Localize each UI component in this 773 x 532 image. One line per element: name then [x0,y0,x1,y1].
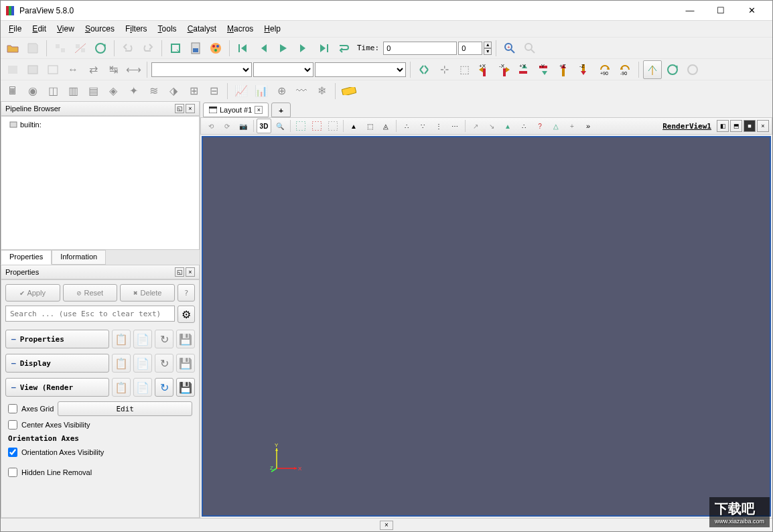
step-down-icon[interactable]: ▼ [484,48,492,55]
frustum-select-icon[interactable]: ⬚ [362,119,377,133]
split-h-icon[interactable]: ◧ [717,120,729,132]
connect-icon[interactable] [51,39,70,58]
view-copy-icon[interactable]: 📋 [112,378,131,397]
plot-over-line-icon[interactable]: 📈 [232,82,251,101]
contour-icon[interactable]: ◉ [23,82,42,101]
view-restore-icon[interactable]: ↻ [155,378,173,397]
clear-selection-icon[interactable]: ▲ [500,119,515,133]
visible-range-icon[interactable]: ⟷ [124,60,143,79]
range-icon[interactable]: ↔ [64,60,82,79]
box-select-icon[interactable] [166,39,185,58]
menu-filters[interactable]: Filters [120,22,153,36]
extract-icon[interactable]: ◈ [104,82,123,101]
render-view[interactable]: X Y Z [202,136,771,517]
plus-y-icon[interactable]: +Y [515,60,534,79]
close-button[interactable]: ✕ [736,1,767,21]
load-state-icon[interactable] [186,39,205,58]
zoom-fit-icon[interactable]: + [500,39,519,58]
last-frame-icon[interactable] [314,39,333,58]
minus-y-icon[interactable]: -Y [535,60,554,79]
clip-icon[interactable]: ◫ [44,82,62,101]
settings-icon[interactable]: ⚙ [178,306,195,323]
tab-properties[interactable]: Properties [1,250,52,265]
reset-camera-icon[interactable] [415,60,433,79]
close-tab-icon[interactable]: × [255,106,263,114]
color-palette-icon[interactable] [206,39,225,58]
color-by-select[interactable] [151,62,252,77]
add-selection-icon[interactable]: + [565,119,579,133]
interactive-select-cells-icon[interactable]: ∵ [415,119,430,133]
warp-icon[interactable]: ⬗ [164,82,183,101]
save-defaults-icon[interactable]: 💾 [176,330,195,348]
properties-dock-icon[interactable]: ◱ [175,267,184,277]
menu-tools[interactable]: Tools [153,22,182,36]
statusbar-close-icon[interactable]: × [380,521,393,530]
forward-icon[interactable]: ⟳ [220,119,234,133]
temporal-icon[interactable]: ❄ [312,82,331,101]
pipeline-close-icon[interactable]: × [186,104,195,113]
center-axes-checkbox[interactable] [8,420,17,429]
select-visible-icon[interactable]: ◬ [378,119,393,133]
properties-close-icon[interactable]: × [186,267,195,277]
menu-sources[interactable]: Sources [80,22,120,36]
reload-icon[interactable] [91,39,110,58]
close-view-icon[interactable]: × [757,120,769,132]
redo-icon[interactable] [139,39,157,58]
custom-range-icon[interactable]: ⇄ [84,60,102,79]
3d-mode-button[interactable]: 3D [257,119,271,133]
extract-level-icon[interactable]: ⊟ [204,82,223,101]
glyph-icon[interactable]: ✦ [124,82,143,101]
first-frame-icon[interactable] [234,39,253,58]
section-view[interactable]: View (Render [5,378,109,397]
maximize-button[interactable]: ☐ [705,1,736,21]
pipeline-tree[interactable]: builtin: [1,116,200,250]
time-input[interactable] [383,42,457,55]
view-paste-icon[interactable]: 📄 [133,378,152,397]
disconnect-icon[interactable] [71,39,90,58]
grow-selection-icon[interactable]: ↗ [468,119,483,133]
temporal-range-icon[interactable]: ↹ [104,60,123,79]
axes-grid-edit-button[interactable]: Edit [58,401,192,416]
step-up-icon[interactable]: ▲ [484,42,492,48]
threshold-icon[interactable]: ▤ [84,82,102,101]
axes-grid-checkbox[interactable] [8,404,17,413]
group-icon[interactable]: ⊞ [184,82,203,101]
menu-file[interactable]: File [3,22,27,36]
minus-z-icon[interactable]: -Z [575,60,594,79]
rotate-minus-90-icon[interactable]: -90 [616,60,634,79]
minimize-button[interactable]: — [675,1,705,21]
loop-icon[interactable] [334,39,353,58]
section-display[interactable]: Display [5,354,109,373]
menu-edit[interactable]: Edit [27,22,52,36]
menu-macros[interactable]: Macros [222,22,259,36]
display-paste-icon[interactable]: 📄 [133,354,152,373]
toggle-selection-icon[interactable]: △ [549,119,563,133]
select-points-icon[interactable] [293,119,308,133]
display-copy-icon[interactable]: 📋 [112,354,131,373]
surface-edges-icon[interactable] [23,60,42,79]
plus-z-icon[interactable]: +Z [555,60,574,79]
section-properties[interactable]: Properties [5,330,109,348]
select-points-tool-icon[interactable]: ∴ [516,119,531,133]
zoom-box-icon[interactable]: ⬚ [455,60,474,79]
menu-catalyst[interactable]: Catalyst [182,22,222,36]
orientation-vis-checkbox[interactable] [8,448,17,457]
histogram-icon[interactable]: 📊 [252,82,271,101]
pipeline-root-item[interactable]: builtin: [4,119,196,130]
shrink-selection-icon[interactable]: ↘ [484,119,499,133]
plot-selection-icon[interactable]: 〰 [292,82,311,101]
restore-icon[interactable]: ↻ [155,330,173,348]
delete-button[interactable]: ✖ Delete [120,284,175,302]
time-step-input[interactable] [458,42,482,55]
interactive-select-points-icon[interactable]: ∴ [399,119,414,133]
slice-icon[interactable]: ▥ [64,82,82,101]
wireframe-icon[interactable] [44,60,62,79]
ruler-icon[interactable] [340,82,358,101]
back-icon[interactable]: ⟲ [204,119,218,133]
paste-icon[interactable]: 📄 [133,330,152,348]
layout-tab-1[interactable]: Layout #1 × [203,103,269,117]
copy-icon[interactable]: 📋 [112,330,131,348]
save-icon[interactable] [23,39,42,58]
tab-information[interactable]: Information [52,250,106,265]
pipeline-dock-icon[interactable]: ◱ [175,104,184,113]
